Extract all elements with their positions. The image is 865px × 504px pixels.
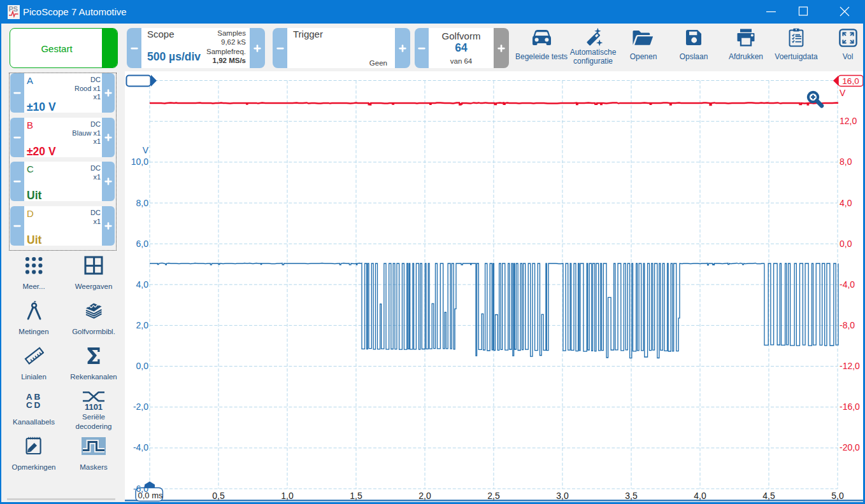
svg-text:-4,0: -4,0 <box>840 279 855 290</box>
svg-text:2,0: 2,0 <box>418 491 431 501</box>
svg-text:4,0: 4,0 <box>136 279 149 290</box>
svg-text:-12,0: -12,0 <box>840 361 860 371</box>
svg-text:8,0: 8,0 <box>136 198 149 208</box>
svg-text:4,5: 4,5 <box>762 491 775 501</box>
svg-text:10,0: 10,0 <box>131 157 148 167</box>
svg-text:V: V <box>840 88 846 98</box>
svg-text:0,0: 0,0 <box>136 361 149 371</box>
svg-text:12,0: 12,0 <box>840 116 857 126</box>
svg-text:0,5: 0,5 <box>212 491 225 501</box>
svg-text:1,5: 1,5 <box>350 491 362 501</box>
svg-text:3,0: 3,0 <box>556 491 569 501</box>
svg-text:0,0: 0,0 <box>840 239 852 249</box>
svg-text:0,0 ms: 0,0 ms <box>138 491 163 500</box>
svg-text:-4,0: -4,0 <box>133 442 148 452</box>
svg-text:2,5: 2,5 <box>487 491 500 501</box>
svg-text:V: V <box>143 145 149 155</box>
svg-text:-20,0: -20,0 <box>840 442 860 452</box>
svg-text:6,0: 6,0 <box>136 239 149 249</box>
svg-text:5,0: 5,0 <box>831 491 844 501</box>
svg-text:-8,0: -8,0 <box>840 320 855 330</box>
svg-text:2,0: 2,0 <box>136 320 149 330</box>
svg-text:8,0: 8,0 <box>840 157 852 167</box>
svg-text:4,0: 4,0 <box>694 491 706 501</box>
svg-text:-2,0: -2,0 <box>133 402 148 412</box>
svg-text:4,0: 4,0 <box>840 198 852 208</box>
svg-text:1,0: 1,0 <box>281 491 294 501</box>
svg-text:16,0: 16,0 <box>842 76 859 86</box>
svg-text:3,5: 3,5 <box>625 491 638 501</box>
svg-text:-16,0: -16,0 <box>840 402 860 412</box>
